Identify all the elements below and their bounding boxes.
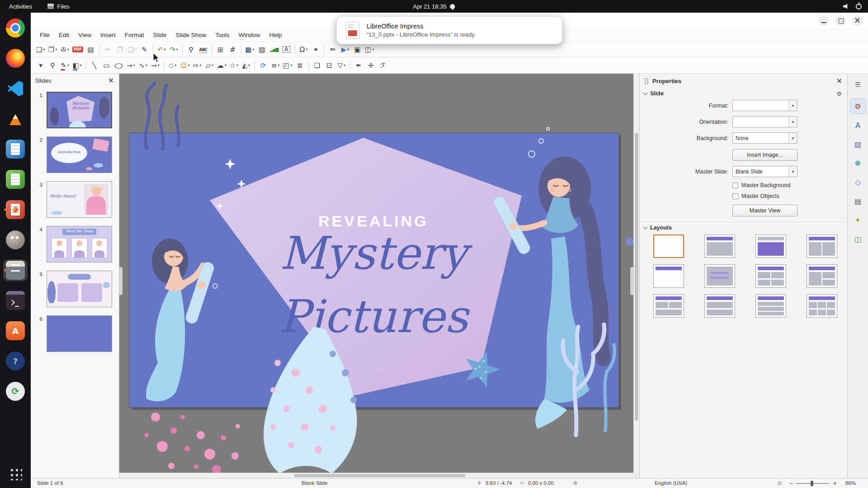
menu-window[interactable]: Window [234,30,265,40]
line-color-button[interactable]: ✎▾ [59,60,71,71]
gallery-tab[interactable]: ▧ [850,137,866,151]
insert-table-button[interactable]: ▦▾ [244,44,256,56]
panel-splitter-right[interactable] [630,267,633,295]
panel-splitter-left[interactable] [119,267,123,295]
vertical-scrollbar-thumb[interactable] [635,133,638,421]
arrange-button[interactable]: ◰▾ [282,60,294,71]
layout-two-content[interactable] [807,235,837,258]
layout-content-right-split[interactable] [807,264,837,288]
undo-dropdown-icon[interactable]: ▾ [164,47,166,52]
animation-tab[interactable]: ✦ [850,213,866,227]
basic-shapes-dropdown-icon[interactable]: ▾ [175,63,176,67]
slide-section-header[interactable]: Slide ⚙ [640,88,847,99]
dock-writer[interactable] [3,138,28,160]
insert-image-button[interactable]: ▧ [256,44,268,56]
block-arrows-dropdown-icon[interactable]: ▾ [199,63,201,67]
layout-blank[interactable] [653,235,684,258]
master-objects-checkbox[interactable] [732,193,738,199]
zoom-level-status[interactable]: 86% [845,480,856,486]
fontwork-button[interactable]: ℱ [377,60,389,71]
callouts-button[interactable]: ☁▾ [216,60,228,71]
orientation-select-arrow-icon[interactable]: ▾ [788,117,797,127]
image-filter-dropdown-icon[interactable]: ▾ [344,63,345,67]
menu-help[interactable]: Help [265,30,287,40]
slide-thumbnail-3[interactable]: Hello there! [47,181,112,218]
save-dropdown-icon[interactable]: ▾ [67,47,69,52]
arrow-button[interactable]: →▾ [125,60,137,71]
document-modified-icon[interactable]: ✇ [573,480,577,486]
align-objects-dropdown-icon[interactable]: ▾ [278,63,279,67]
glue-points-button[interactable]: ✛ [365,60,377,71]
zoom-slider-handle[interactable] [811,481,813,486]
insert-table-dropdown-icon[interactable]: ▾ [253,47,255,52]
3d-objects-dropdown-icon[interactable]: ▾ [248,63,250,67]
dock-help[interactable]: ? [3,350,28,372]
slide-thumbnail-1[interactable]: Mystery Pictures [47,92,112,128]
dock-firefox[interactable] [3,47,28,69]
master-view-button[interactable]: Master View [732,205,797,216]
menu-format[interactable]: Format [120,30,149,40]
master-background-checkbox[interactable] [732,183,738,188]
menu-insert[interactable]: Insert [96,30,120,40]
dock-software-store[interactable]: A [3,320,28,342]
zoom-slider[interactable] [796,479,829,488]
arrange-dropdown-icon[interactable]: ▾ [290,63,292,67]
rotate-button[interactable]: ⟳ [257,60,269,71]
ellipse-button[interactable]: ○ [113,60,125,71]
styles-tab[interactable]: A [850,118,866,132]
language-status[interactable]: English (USA) [655,480,687,486]
menu-slide[interactable]: Slide [149,30,171,40]
slide-thumbnail-6[interactable] [47,315,112,352]
export-pdf-button[interactable]: PDF [71,44,85,56]
menu-edit[interactable]: Edit [54,30,74,40]
new-document-dropdown-icon[interactable]: ▾ [43,47,45,52]
start-slideshow-button[interactable]: ▶▾ [339,44,351,56]
fit-slide-icon[interactable]: ⊡ [778,480,782,486]
layout-four-content[interactable] [755,264,786,288]
dock-chrome[interactable] [3,17,28,39]
find-replace-button[interactable]: ⚲ [185,44,197,56]
more-options-icon[interactable]: ⚙ [836,90,842,97]
notification-toast[interactable]: LibreOffice Impress “13_0.pptx - LibreOf… [336,16,562,44]
shadow-button[interactable]: ❏ [311,60,323,71]
dock-software-updater[interactable]: ⟳ [3,380,28,402]
master-slides-tab[interactable]: ▤ [850,194,866,208]
menu-view[interactable]: View [74,30,96,40]
insert-text-box-button[interactable]: A [280,44,292,56]
curve-dropdown-icon[interactable]: ▾ [146,63,147,67]
connector-dropdown-icon[interactable]: ▾ [158,63,160,67]
3d-objects-button[interactable]: ◭▾ [240,60,252,71]
layout-centered-text[interactable] [704,264,735,288]
snap-guides-button[interactable]: # [226,44,239,56]
display-views-button[interactable]: ◫▾ [363,44,376,56]
block-arrows-button[interactable]: ⇨▾ [191,60,203,71]
slide-thumbnail-4[interactable]: Meet the Team [47,226,112,263]
master-slide-select[interactable]: Blank Slide ▾ [732,166,797,177]
slide-transition-tab[interactable]: ◫ [850,232,866,246]
select-button[interactable]: ➤ [34,60,47,71]
dock-vlc[interactable] [3,108,28,130]
slides-panel-close-icon[interactable] [108,77,114,84]
minimize-button[interactable] [819,15,829,26]
rectangle-button[interactable]: ▭ [100,60,113,71]
background-select-arrow-icon[interactable]: ▾ [788,133,797,143]
basic-shapes-button[interactable]: ◇▾ [166,60,179,71]
system-status-menu[interactable] [843,4,862,9]
horizontal-scrollbar[interactable] [119,473,633,478]
zoom-out-button[interactable]: − [789,480,794,487]
crop-image-button[interactable]: ⊡ [323,60,335,71]
menu-file[interactable]: File [35,30,54,40]
open-dropdown-icon[interactable]: ▾ [55,47,57,52]
shapes-tab[interactable]: ◇ [850,175,866,189]
focused-app-menu[interactable]: Files [45,2,72,11]
image-filter-button[interactable]: ▽▾ [335,60,348,71]
layout-title-content[interactable] [704,235,735,258]
close-button[interactable] [852,15,863,26]
hyperlink-button[interactable]: ⚭ [310,44,322,56]
special-character-button[interactable]: Ω▾ [297,44,310,56]
align-objects-button[interactable]: ≡▾ [269,60,282,71]
properties-close-icon[interactable] [836,78,843,84]
clone-formatting-button[interactable]: ✎ [138,44,151,56]
slide-thumbnail-2[interactable]: Introduction [47,136,112,173]
slide-title-line1[interactable]: Mystery [280,227,473,280]
